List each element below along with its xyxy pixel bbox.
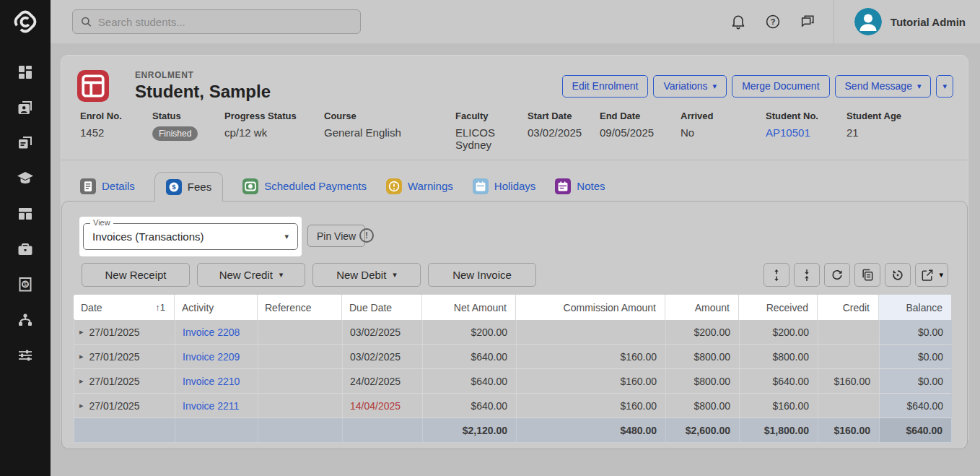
column-header-received[interactable]: Received: [739, 295, 818, 320]
new-receipt-button[interactable]: New Receipt: [82, 263, 190, 287]
column-label: Credit: [843, 302, 870, 313]
export-icon[interactable]: ▾: [915, 263, 948, 287]
caret-down-icon: ▾: [713, 82, 717, 90]
enrolment-header: ENROLMENT Student, Sample Edit Enrolment…: [61, 56, 968, 109]
tab-warnings[interactable]: Warnings: [386, 171, 453, 201]
field-status: Status Finished: [152, 111, 224, 151]
avatar[interactable]: [854, 8, 882, 35]
courses-icon[interactable]: [17, 170, 34, 187]
tab-details[interactable]: Details: [80, 171, 135, 201]
enrolments-icon[interactable]: [17, 134, 34, 152]
field-arrived: Arrived No: [681, 111, 766, 151]
totals-date-cell: [74, 418, 175, 442]
activity-link[interactable]: Invoice 2211: [183, 400, 239, 412]
column-header-balance[interactable]: Balance: [879, 295, 951, 320]
field-label: Start Date: [528, 111, 600, 121]
commission-amount-cell: $160.00: [517, 369, 666, 393]
new-invoice-label: New Invoice: [452, 269, 512, 281]
column-header-activity[interactable]: Activity: [175, 295, 258, 320]
history-icon[interactable]: [885, 263, 911, 287]
info-icon[interactable]: !: [359, 228, 374, 243]
column-label: Amount: [695, 302, 730, 313]
merge-document-button[interactable]: Merge Document: [732, 75, 829, 98]
row-expander-icon[interactable]: ▸: [79, 352, 84, 361]
tab-fees[interactable]: $ Fees: [154, 172, 223, 202]
tab-holidays[interactable]: Holidays: [473, 171, 536, 201]
send-message-button[interactable]: Send Message▾: [835, 75, 932, 98]
column-header-amount[interactable]: Amount: [665, 295, 739, 320]
collapse-rows-icon[interactable]: [794, 263, 820, 287]
students-icon[interactable]: [17, 99, 34, 116]
dashboard-icon[interactable]: [17, 64, 34, 81]
activity-link[interactable]: Invoice 2208: [183, 326, 240, 338]
app-root: $ ?: [0, 0, 980, 476]
tab-notes[interactable]: Notes: [555, 171, 605, 201]
activity-link[interactable]: Invoice 2210: [183, 376, 240, 387]
commission-amount-cell: $160.00: [517, 394, 666, 417]
copy-icon[interactable]: [854, 263, 880, 287]
row-expander-icon[interactable]: ▸: [79, 376, 84, 386]
agents-icon[interactable]: [17, 241, 34, 258]
activity-link[interactable]: Invoice 2209: [183, 351, 240, 363]
new-debit-label: New Debit: [336, 269, 386, 281]
student-no-link[interactable]: AP10501: [766, 126, 810, 139]
field-value: 21: [846, 126, 901, 139]
row-expander-icon[interactable]: ▸: [79, 401, 84, 410]
view-select[interactable]: View Invoices (Transactions) ▾: [83, 223, 298, 250]
net-amount-cell: $200.00: [423, 320, 517, 344]
variations-button[interactable]: Variations▾: [653, 75, 727, 98]
settings-icon[interactable]: [17, 347, 34, 364]
field-value: 1452: [80, 126, 152, 139]
field-label: Course: [324, 111, 455, 121]
table-row[interactable]: ▸27/01/2025 Invoice 2211 14/04/2025 $640…: [74, 394, 951, 418]
column-header-commission-amount[interactable]: Commission Amount: [516, 295, 665, 320]
column-header-net-amount[interactable]: Net Amount: [422, 295, 516, 320]
caret-down-icon: ▾: [942, 82, 947, 90]
caret-down-icon: ▾: [279, 271, 284, 279]
scheduled-payments-icon: [242, 178, 258, 194]
expand-rows-icon[interactable]: [764, 263, 789, 287]
finance-icon[interactable]: $: [17, 276, 34, 293]
warnings-icon: [386, 178, 402, 194]
field-end-date: End Date 09/05/2025: [600, 111, 681, 151]
net-amount-cell: $640.00: [423, 394, 517, 417]
table-row[interactable]: ▸27/01/2025 Invoice 2210 24/02/2025 $640…: [74, 369, 951, 394]
help-icon[interactable]: ?: [764, 13, 782, 30]
more-actions-button[interactable]: ▾: [936, 75, 953, 98]
new-credit-button[interactable]: New Credit▾: [197, 263, 305, 287]
bell-icon[interactable]: [730, 13, 747, 30]
column-header-reference[interactable]: Reference: [258, 295, 342, 320]
totals-due-date-cell: [343, 418, 423, 442]
column-header-date[interactable]: Date↑1: [74, 295, 175, 320]
network-icon[interactable]: [17, 311, 34, 329]
enrolment-icon: [77, 70, 109, 102]
column-header-due-date[interactable]: Due Date: [342, 295, 422, 320]
content-area: ENROLMENT Student, Sample Edit Enrolment…: [51, 43, 980, 476]
field-label: Faculty: [455, 111, 528, 121]
due-date-cell: 03/02/2025: [343, 345, 423, 368]
app-logo[interactable]: [0, 0, 51, 43]
chat-icon[interactable]: [799, 13, 816, 30]
field-label: Student Age: [846, 111, 901, 121]
timetable-icon[interactable]: [17, 205, 34, 222]
due-date-cell: 03/02/2025: [343, 320, 423, 344]
edit-enrolment-button[interactable]: Edit Enrolment: [562, 75, 649, 98]
field-label: Enrol No.: [80, 111, 152, 121]
date-cell: 27/01/2025: [89, 326, 140, 338]
row-expander-icon[interactable]: ▸: [79, 327, 84, 337]
search-input[interactable]: [98, 16, 353, 28]
refresh-icon[interactable]: [824, 263, 850, 287]
new-invoice-button[interactable]: New Invoice: [428, 263, 536, 287]
net-amount-cell: $640.00: [423, 345, 517, 368]
svg-text:$: $: [172, 183, 176, 191]
new-debit-button[interactable]: New Debit▾: [312, 263, 421, 287]
tab-scheduled-payments[interactable]: Scheduled Payments: [242, 171, 367, 201]
pin-view-button[interactable]: Pin View: [307, 225, 365, 247]
table-row[interactable]: ▸27/01/2025 Invoice 2209 03/02/2025 $640…: [74, 345, 951, 369]
column-header-credit[interactable]: Credit: [818, 295, 879, 320]
received-cell: $800.00: [740, 345, 818, 368]
enrolment-titles: ENROLMENT Student, Sample: [135, 70, 271, 102]
tab-label: Holidays: [494, 180, 536, 192]
table-row[interactable]: ▸27/01/2025 Invoice 2208 03/02/2025 $200…: [74, 320, 951, 345]
user-name[interactable]: Tutorial Admin: [891, 16, 966, 28]
